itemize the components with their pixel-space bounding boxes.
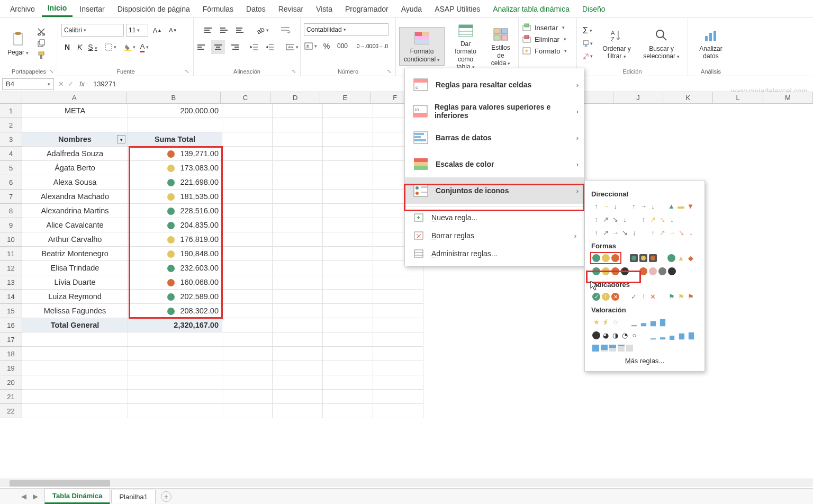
name-cell[interactable]: Alice Cavalcante [22, 218, 128, 232]
filter-dropdown-icon[interactable]: ▾ [117, 135, 125, 143]
orientation-icon[interactable]: ab [256, 23, 270, 37]
name-cell[interactable]: Alexa Sousa [22, 175, 128, 190]
fill-icon[interactable] [582, 39, 593, 48]
font-size-select[interactable]: 11 [126, 24, 148, 37]
decrease-indent-icon[interactable] [247, 40, 261, 54]
menu-formulas[interactable]: Fórmulas [197, 2, 239, 16]
sheet-tab-dinamica[interactable]: Tabla Dinámica [44, 489, 110, 504]
name-box[interactable]: B4▾ [2, 78, 54, 90]
menu-disposicion[interactable]: Disposición de página [112, 2, 196, 16]
paste-button[interactable]: Pegar [3, 29, 33, 58]
iconset-3-symbols-circled[interactable]: ✓!✕ [591, 292, 620, 302]
value-cell[interactable]: 176,819.00 [128, 232, 222, 247]
delete-cells-button[interactable]: Eliminar▾ [522, 34, 566, 44]
value-cell[interactable]: 221,698.00 [128, 175, 222, 190]
col-header-d[interactable]: D [270, 92, 320, 104]
menu-insertar[interactable]: Insertar [74, 2, 110, 16]
cell-styles-button[interactable]: Estilos de celda [486, 24, 515, 69]
iconset-3arrows-colored[interactable]: ↑→↓ [591, 201, 620, 211]
tab-nav-prev[interactable]: ◀ [21, 492, 26, 500]
analyze-data-button[interactable]: Analizar datos [691, 25, 730, 62]
name-cell[interactable]: Adalfreda Souza [22, 147, 128, 161]
value-cell[interactable]: 232,603.00 [128, 261, 222, 275]
menu-vista[interactable]: Vista [310, 2, 338, 16]
copy-icon[interactable] [36, 39, 47, 48]
pivot-header-total[interactable]: Suma Total [128, 132, 222, 147]
menu-inicio[interactable]: Inicio [42, 1, 73, 17]
iconset-4-traffic-lights[interactable] [591, 266, 630, 276]
value-cell[interactable]: 173,083.00 [128, 161, 222, 175]
accounting-format-icon[interactable]: $ [304, 39, 318, 53]
row-header[interactable]: 1 [0, 104, 22, 118]
conditional-format-button[interactable]: Formato condicional [399, 27, 445, 66]
number-dialog-launcher[interactable]: ⤡ [387, 68, 393, 75]
name-cell[interactable]: Melissa Fagundes [22, 304, 128, 318]
col-header-j[interactable]: J [613, 92, 663, 104]
decrease-font-icon[interactable]: A▼ [166, 23, 180, 37]
font-color-button[interactable]: A [138, 40, 151, 54]
align-right-icon[interactable] [227, 40, 241, 54]
bold-button[interactable]: N [61, 43, 73, 51]
align-left-icon[interactable] [195, 40, 209, 54]
cf-highlight-cells[interactable]: ≤ Reglas para resaltar celdas› [405, 71, 584, 98]
value-cell[interactable]: 228,516.00 [128, 204, 222, 218]
name-cell[interactable]: Alexandrina Martins [22, 204, 128, 218]
name-cell[interactable]: Arthur Carvalho [22, 232, 128, 247]
value-cell[interactable]: 208,302.00 [128, 304, 222, 318]
cf-top-bottom[interactable]: 10 Reglas para valores superiores e infe… [405, 98, 584, 124]
cf-new-rule[interactable]: + NNueva regla...ueva regla... [405, 209, 584, 227]
menu-archivo[interactable]: Archivo [4, 2, 41, 16]
increase-indent-icon[interactable] [263, 40, 277, 54]
name-cell[interactable]: Luiza Reymond [22, 290, 128, 304]
increase-decimal-icon[interactable]: .0→.00 [357, 39, 371, 53]
align-middle-icon[interactable] [218, 23, 232, 37]
comma-icon[interactable]: 000 [336, 39, 349, 53]
sort-filter-button[interactable]: AZ Ordenar y filtrar [598, 25, 635, 62]
value-cell[interactable]: 160,068.00 [128, 275, 222, 290]
iconset-5arrows-gray[interactable]: ↑↗→↘↓ [591, 228, 639, 238]
cancel-formula-icon[interactable]: ✕ [56, 80, 66, 88]
font-name-select[interactable]: Calibri [61, 24, 124, 37]
insert-cells-button[interactable]: Insertar▾ [522, 22, 565, 33]
cell-a1[interactable]: META [22, 104, 128, 118]
total-value[interactable]: 2,320,167.00 [128, 318, 222, 332]
cut-icon[interactable] [36, 27, 47, 37]
align-bottom-icon[interactable] [234, 23, 248, 37]
iconset-3-symbols-uncircled[interactable]: ✓!✕ [629, 292, 658, 302]
name-cell[interactable]: Beatriz Montenegro [22, 247, 128, 261]
menu-diseno[interactable]: Diseño [576, 2, 611, 16]
iconset-3-traffic-lights-rimmed[interactable] [629, 253, 658, 263]
italic-button[interactable]: K [74, 43, 86, 51]
pivot-header-nombres[interactable]: Nombres▾ [22, 132, 128, 147]
cf-icon-sets[interactable]: Conjuntos de iconos› [405, 177, 584, 204]
iconset-4arrows-colored[interactable]: ↑↗↘↓ [638, 214, 677, 224]
wrap-text-icon[interactable] [278, 23, 292, 37]
iconset-red-to-black[interactable] [638, 266, 677, 276]
value-cell[interactable]: 202,589.00 [128, 290, 222, 304]
find-select-button[interactable]: Buscar y seleccionar [638, 25, 684, 62]
iconset-4arrows-gray[interactable]: ↑↗↘↓ [591, 214, 630, 224]
cf-clear-rules[interactable]: Borrar reglas› [405, 227, 584, 245]
iconset-3triangles[interactable]: ▲▬▼ [666, 201, 695, 211]
iconset-3arrows-gray[interactable]: ↑→↓ [629, 201, 658, 211]
menu-datos[interactable]: Datos [240, 2, 272, 16]
iconset-5arrows-colored[interactable]: ↑↗→↘↓ [648, 228, 696, 238]
number-format-select[interactable]: Contabilidad [304, 23, 389, 36]
menu-ayuda[interactable]: Ayuda [395, 2, 428, 16]
iconset-3-flags[interactable]: ⚑⚑⚑ [666, 292, 695, 302]
name-cell[interactable]: Elisa Trindade [22, 261, 128, 275]
iconset-3-traffic-lights-unrimmed[interactable] [591, 253, 620, 263]
name-cell[interactable]: Lívia Duarte [22, 275, 128, 290]
menu-asap[interactable]: ASAP Utilities [429, 2, 486, 16]
iconset-5-ratings-bars[interactable]: ▁▂▄▆▇ [648, 330, 696, 340]
align-center-icon[interactable] [211, 40, 225, 54]
percent-icon[interactable]: % [320, 39, 333, 53]
format-painter-icon[interactable] [36, 50, 47, 60]
value-cell[interactable]: 204,835.00 [128, 218, 222, 232]
iconset-3-stars[interactable]: ★⯨☆ [591, 317, 620, 327]
increase-font-icon[interactable]: A▲ [150, 23, 164, 37]
align-top-icon[interactable] [202, 23, 216, 37]
iconset-3-signs[interactable]: ▲◆ [666, 253, 695, 263]
fill-color-button[interactable] [123, 40, 137, 54]
add-sheet-button[interactable]: + [161, 491, 171, 502]
